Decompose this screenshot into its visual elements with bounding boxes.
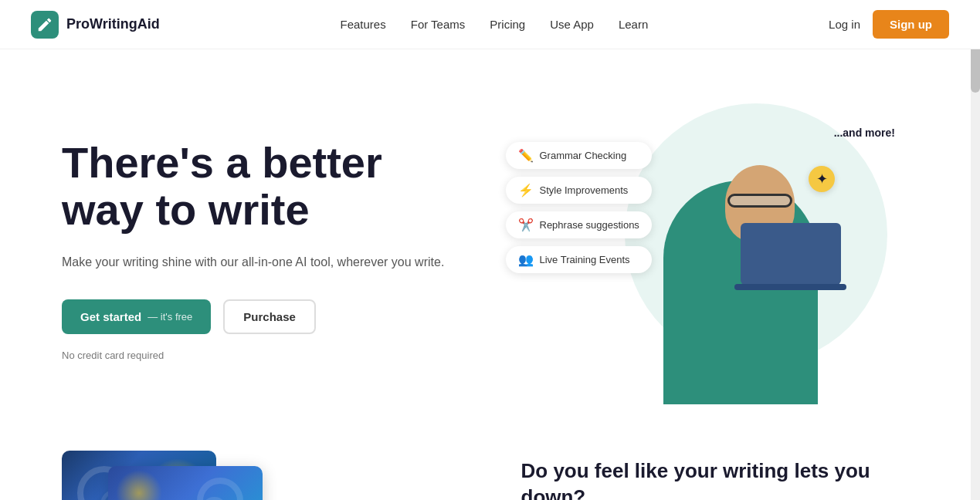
hero-subtitle: Make your writing shine with our all-in-… xyxy=(62,252,490,272)
login-button[interactable]: Log in xyxy=(829,18,860,31)
pill-training: 👥 Live Training Events xyxy=(506,246,652,273)
lower-heading: Do you feel like your writing lets you d… xyxy=(521,458,919,500)
hero-buttons: Get started — it's free Purchase xyxy=(62,299,490,334)
pill-rephrase: ✂️ Rephrase suggestions xyxy=(506,211,652,238)
logo-icon xyxy=(31,11,59,39)
nav-actions: Log in Sign up xyxy=(829,10,949,39)
man-laptop-base xyxy=(734,284,846,290)
lower-section: My idea in my head Do you feel like your… xyxy=(0,435,980,500)
hero-illustration: ✦ ...and more! ✏️ Grammar Checking ⚡ Sty… xyxy=(490,96,919,404)
hero-content: There's a better way to write Make your … xyxy=(62,139,490,362)
swirl-4 xyxy=(197,478,243,500)
card-front: My idea in my head xyxy=(108,466,263,500)
man-glasses xyxy=(727,194,792,208)
nav-links: Features For Teams Pricing Use App Learn xyxy=(341,18,649,32)
grammar-icon: ✏️ xyxy=(518,148,534,163)
scrollbar-track[interactable] xyxy=(971,0,980,500)
signup-button[interactable]: Sign up xyxy=(873,10,949,39)
purchase-button[interactable]: Purchase xyxy=(223,299,316,334)
get-started-button[interactable]: Get started — it's free xyxy=(62,299,211,334)
brand-name: ProWritingAid xyxy=(66,16,160,32)
no-cc-text: No credit card required xyxy=(62,350,490,361)
hero-title: There's a better way to write xyxy=(62,139,490,234)
lower-image-area: My idea in my head xyxy=(62,451,459,500)
nav-features[interactable]: Features xyxy=(341,18,386,31)
nav-pricing[interactable]: Pricing xyxy=(490,18,525,31)
style-icon: ⚡ xyxy=(518,183,534,198)
pill-grammar: ✏️ Grammar Checking xyxy=(506,142,652,169)
training-icon: 👥 xyxy=(518,252,534,267)
lower-text: Do you feel like your writing lets you d… xyxy=(521,451,919,500)
man-laptop xyxy=(741,223,841,285)
nav-use-app[interactable]: Use App xyxy=(550,18,594,31)
nav-learn[interactable]: Learn xyxy=(619,18,648,31)
and-more-label: ...and more! xyxy=(834,127,895,139)
pill-style: ⚡ Style Improvements xyxy=(506,177,652,204)
gold-badge: ✦ xyxy=(809,166,835,192)
logo-svg xyxy=(36,16,53,33)
feature-pills: ✏️ Grammar Checking ⚡ Style Improvements… xyxy=(506,142,652,273)
rephrase-icon: ✂️ xyxy=(518,218,534,232)
nav-for-teams[interactable]: For Teams xyxy=(411,18,466,31)
hero-section: There's a better way to write Make your … xyxy=(0,49,980,435)
logo-link[interactable]: ProWritingAid xyxy=(31,11,160,39)
navbar: ProWritingAid Features For Teams Pricing… xyxy=(0,0,980,49)
